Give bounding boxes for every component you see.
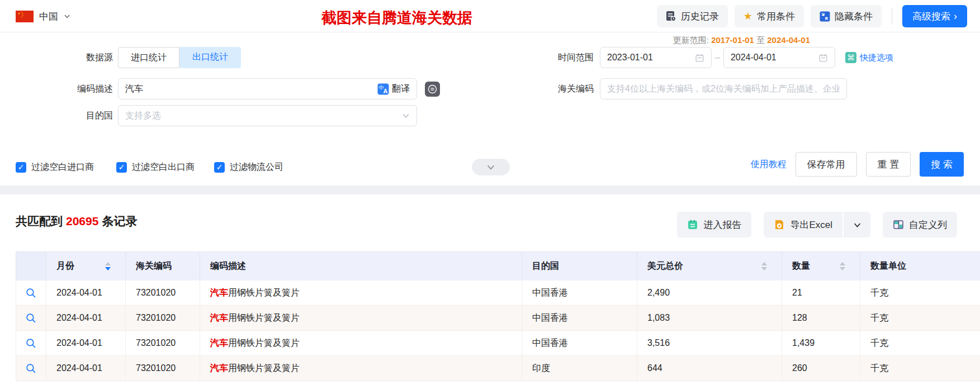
- star-icon: ★: [744, 11, 752, 21]
- results-prefix: 共匹配到: [16, 215, 63, 227]
- end-date-input[interactable]: 2024-04-01: [723, 47, 835, 68]
- export-excel-icon: [774, 219, 785, 230]
- translate-button[interactable]: 中 A 翻译: [377, 83, 410, 95]
- header-usd-total[interactable]: 美元总价: [637, 251, 782, 281]
- history-icon: [666, 11, 676, 22]
- dest-row: 目的国 支持多选: [16, 105, 417, 126]
- cell-month: 2024-04-01: [46, 306, 126, 330]
- row-detail-cell: [16, 331, 46, 355]
- result-actions: 进入报告 导出Excel: [677, 212, 957, 237]
- history-button[interactable]: 历史记录: [657, 5, 728, 27]
- checkbox-checked-icon[interactable]: ✓: [16, 162, 26, 173]
- header-qty[interactable]: 数量: [782, 251, 860, 281]
- dest-placeholder: 支持多选: [125, 110, 161, 122]
- equal-circle-icon: [428, 84, 437, 94]
- sort-control[interactable]: [105, 262, 111, 270]
- search-button[interactable]: 搜 索: [920, 152, 964, 177]
- filter-blank-exporter[interactable]: ✓ 过滤空白出口商: [116, 161, 195, 173]
- cell-hs: 73201020: [126, 331, 200, 355]
- quick-options-link[interactable]: ⌘ 快捷选项: [845, 52, 893, 63]
- header-month[interactable]: 月份: [46, 251, 126, 281]
- update-range: 更新范围: 2017-01-01 至 2024-04-01: [673, 35, 810, 46]
- cell-usd: 3,516: [637, 331, 782, 355]
- cell-month: 2024-04-01: [46, 356, 126, 381]
- sort-control[interactable]: [761, 262, 767, 270]
- tab-import-stats[interactable]: 进口统计: [118, 47, 179, 68]
- advanced-search-button[interactable]: 高级搜索 ›: [902, 5, 967, 27]
- cell-desc: 汽车用钢铁片簧及簧片: [200, 306, 522, 330]
- hs-code-input[interactable]: [607, 84, 840, 94]
- row-detail-cell: [16, 306, 46, 330]
- results-table: 月份 海关编码 编码描述 目的国 美元总价: [16, 251, 980, 381]
- data-source-row: 数据源 进口统计 出口统计: [16, 47, 241, 68]
- cell-hs: 73201020: [126, 281, 200, 305]
- watermark-title: 截图来自腾道海关数据: [321, 8, 472, 28]
- hide-conditions-label: 隐藏条件: [835, 10, 873, 23]
- desc-label: 编码描述: [16, 83, 113, 95]
- sort-asc-icon[interactable]: [761, 262, 767, 265]
- cell-qty: 21: [782, 281, 860, 305]
- sort-control[interactable]: [840, 262, 845, 270]
- start-date-input[interactable]: 2023-01-01: [600, 47, 712, 68]
- china-flag-icon: [16, 11, 34, 22]
- filter-label: 过滤空白进口商: [31, 161, 94, 173]
- sort-asc-icon[interactable]: [840, 262, 845, 265]
- chevron-down-icon: [486, 163, 495, 172]
- export-excel-button[interactable]: 导出Excel: [764, 212, 842, 237]
- start-date-value: 2023-01-01: [607, 53, 653, 63]
- filter-blank-importer[interactable]: ✓ 过滤空白进口商: [16, 161, 94, 173]
- sort-desc-icon[interactable]: [105, 267, 111, 270]
- desc-input-wrap: 中 A 翻译: [118, 78, 417, 99]
- cell-desc: 汽车用钢铁片簧及簧片: [200, 281, 522, 305]
- cell-unit: 千克: [860, 331, 980, 355]
- cell-usd: 1,083: [637, 306, 782, 330]
- desc-input[interactable]: [125, 84, 377, 94]
- dest-select[interactable]: 支持多选: [118, 105, 417, 126]
- match-mode-button[interactable]: [425, 82, 440, 97]
- search-detail-icon[interactable]: [26, 338, 36, 349]
- cell-dest: 中国香港: [522, 331, 637, 355]
- top-bar: 中国 截图来自腾道海关数据 历史记录 ★ 常用条件: [0, 0, 980, 32]
- filter-logistics[interactable]: ✓ 过滤物流公司: [214, 161, 283, 173]
- checkbox-checked-icon[interactable]: ✓: [116, 162, 127, 173]
- customize-columns-button[interactable]: 自定义列: [883, 212, 957, 237]
- cell-desc: 汽车用钢铁片簧及簧片: [200, 356, 522, 381]
- search-detail-icon[interactable]: [26, 313, 36, 324]
- checkbox-checked-icon[interactable]: ✓: [214, 162, 225, 173]
- tutorial-link[interactable]: 使用教程: [751, 159, 787, 170]
- sort-desc-icon[interactable]: [840, 267, 845, 270]
- search-detail-icon[interactable]: [26, 363, 36, 374]
- reset-button[interactable]: 重 置: [866, 152, 911, 177]
- hs-code-input-wrap: [600, 78, 847, 99]
- cell-qty: 260: [782, 356, 860, 381]
- sort-asc-icon[interactable]: [105, 262, 111, 265]
- command-icon: ⌘: [845, 52, 856, 63]
- export-excel-label: 导出Excel: [790, 218, 832, 231]
- tab-export-stats[interactable]: 出口统计: [179, 47, 241, 68]
- country-name: 中国: [39, 10, 58, 23]
- cell-qty: 1,439: [782, 331, 860, 355]
- enter-report-button[interactable]: 进入报告: [677, 212, 751, 237]
- translate-icon: 中 A: [377, 83, 389, 95]
- cell-qty: 128: [782, 306, 860, 330]
- cell-unit: 千克: [860, 306, 980, 330]
- save-favorite-button[interactable]: 保存常用: [796, 152, 857, 177]
- export-options-button[interactable]: [844, 212, 870, 237]
- collapse-icon: [820, 11, 830, 22]
- update-range-label: 更新范围:: [673, 35, 709, 45]
- favorites-button[interactable]: ★ 常用条件: [735, 5, 804, 27]
- header-search-col: [16, 251, 46, 281]
- dest-label: 目的国: [16, 110, 113, 122]
- hide-conditions-button[interactable]: 隐藏条件: [811, 5, 882, 27]
- cell-dest: 印度: [522, 356, 637, 381]
- expand-collapse-button[interactable]: [472, 159, 510, 175]
- history-label: 历史记录: [681, 10, 719, 23]
- favorites-label: 常用条件: [757, 10, 795, 23]
- country-selector[interactable]: 中国: [16, 0, 70, 32]
- row-detail-cell: [16, 356, 46, 381]
- cell-hs: 73201020: [126, 306, 200, 330]
- top-actions: 历史记录 ★ 常用条件 隐藏条件 高级搜索 ›: [657, 5, 967, 27]
- row-detail-cell: [16, 281, 46, 305]
- sort-desc-icon[interactable]: [761, 267, 767, 270]
- search-detail-icon[interactable]: [26, 288, 36, 298]
